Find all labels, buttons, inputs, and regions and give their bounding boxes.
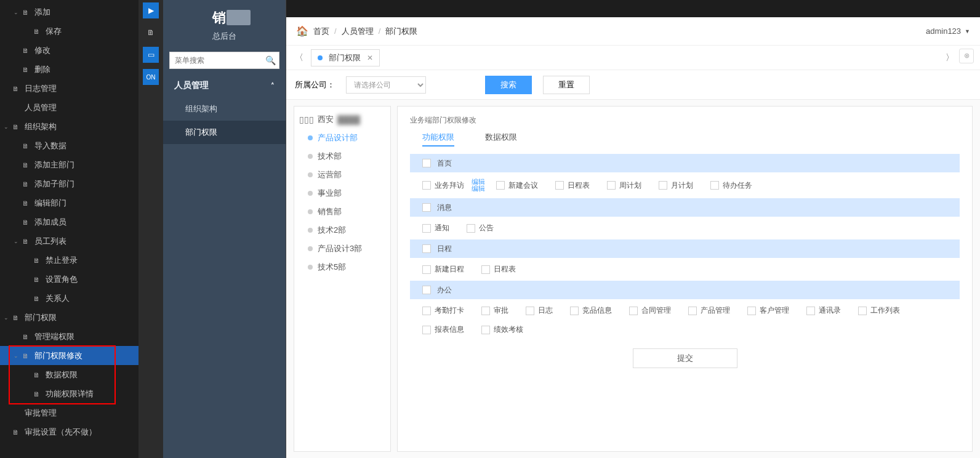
perm-checkbox[interactable]: 公告 bbox=[467, 223, 494, 233]
checkbox-icon bbox=[481, 326, 490, 334]
tree-item[interactable]: ⌄🗎组织架构 bbox=[0, 117, 139, 136]
tree-item[interactable]: ⌄🗎员工列表 bbox=[0, 231, 139, 251]
perm-checkbox[interactable]: 日程表 bbox=[555, 180, 590, 191]
tree-item-label: 日志管理 bbox=[25, 83, 57, 94]
org-tree-node[interactable]: 技术部 bbox=[299, 147, 385, 166]
tree-item[interactable]: 人员管理 bbox=[0, 98, 139, 117]
tree-item[interactable]: 🗎删除 bbox=[0, 60, 139, 79]
org-root[interactable]: ▯▯▯ 西安████ bbox=[299, 114, 385, 125]
user-menu[interactable]: admin123 ▼ bbox=[926, 26, 970, 36]
company-select[interactable]: 请选择公司 bbox=[346, 76, 426, 94]
perm-checkbox[interactable]: 周计划 bbox=[607, 180, 641, 191]
tree-item[interactable]: 🗎数据权限 bbox=[0, 365, 139, 384]
perm-checkbox[interactable]: 审批 bbox=[481, 305, 508, 316]
tree-item[interactable]: 🗎添加主部门 bbox=[0, 155, 139, 174]
tree-item[interactable]: 🗎导入数据 bbox=[0, 136, 139, 155]
perm-checkbox[interactable]: 日程表 bbox=[481, 264, 516, 275]
perm-checkbox[interactable]: 绩效考核 bbox=[481, 324, 523, 335]
perm-label: 周计划 bbox=[619, 180, 641, 191]
search-button[interactable]: 搜索 bbox=[485, 76, 532, 94]
perm-checkbox[interactable]: 产品管理 bbox=[688, 305, 730, 316]
tab-prev[interactable]: 〈 bbox=[292, 49, 306, 67]
org-tree-node[interactable]: 技术5部 bbox=[299, 258, 385, 276]
perm-checkbox[interactable]: 合同管理 bbox=[629, 305, 671, 316]
perm-group-check[interactable] bbox=[422, 203, 431, 212]
perm-tab-data[interactable]: 数据权限 bbox=[485, 132, 517, 147]
tree-item[interactable]: 审批管理 bbox=[0, 403, 139, 422]
perm-checkbox[interactable]: 客户管理 bbox=[747, 305, 789, 316]
menu2-item[interactable]: 部门权限 bbox=[163, 121, 286, 144]
org-tree-node[interactable]: 运营部 bbox=[299, 166, 385, 184]
tree-item[interactable]: 🗎编辑部门 bbox=[0, 193, 139, 212]
tree-item[interactable]: 🗎保存 bbox=[0, 22, 139, 41]
checkbox-icon bbox=[555, 181, 564, 190]
menu-search-input[interactable] bbox=[169, 52, 279, 69]
tree-item[interactable]: 🗎添加成员 bbox=[0, 212, 139, 231]
vtool-sync[interactable]: ON bbox=[143, 69, 159, 85]
bc-home[interactable]: 首页 bbox=[313, 26, 329, 37]
tab-close-icon[interactable]: ✕ bbox=[367, 54, 373, 62]
org-tree-node[interactable]: 产品设计3部 bbox=[299, 239, 385, 258]
perm-checkbox[interactable]: 业务拜访 bbox=[422, 180, 464, 191]
perm-group-check[interactable] bbox=[422, 159, 431, 167]
perm-checkbox[interactable]: 新建会议 bbox=[496, 180, 538, 191]
tree-item[interactable]: 🗎审批设置（先不做） bbox=[0, 422, 139, 441]
tree-item-label: 编辑部门 bbox=[34, 198, 66, 209]
permission-panel: 业务端部门权限修改 功能权限 数据权限 首页业务拜访编辑编辑新建会议日程表周计划… bbox=[397, 106, 973, 452]
tree-item[interactable]: 🗎管理端权限 bbox=[0, 327, 139, 346]
org-tree-node[interactable]: 事业部 bbox=[299, 184, 385, 203]
file-icon: 🗎 bbox=[22, 333, 31, 340]
perm-checkbox[interactable]: 新建日程 bbox=[422, 264, 464, 275]
perm-checkbox[interactable]: 待办任务 bbox=[710, 180, 752, 191]
submit-button[interactable]: 提交 bbox=[633, 348, 737, 368]
perm-group-check[interactable] bbox=[422, 244, 431, 253]
perm-checkbox[interactable]: 报表信息 bbox=[422, 324, 464, 335]
tree-item-label: 设置角色 bbox=[46, 274, 78, 285]
perm-tab-function[interactable]: 功能权限 bbox=[422, 132, 454, 147]
tree-item[interactable]: 🗎日志管理 bbox=[0, 79, 139, 98]
perm-group-check[interactable] bbox=[422, 286, 431, 294]
checkbox-icon bbox=[659, 181, 667, 190]
org-tree-node[interactable]: 产品设计部 bbox=[299, 129, 385, 147]
tree-item[interactable]: 🗎设置角色 bbox=[0, 270, 139, 289]
file-icon: 🗎 bbox=[33, 390, 42, 398]
perm-checkbox[interactable]: 通讯录 bbox=[806, 305, 841, 316]
file-icon: 🗎 bbox=[22, 199, 31, 207]
perm-group-label: 办公 bbox=[437, 285, 452, 295]
perm-checkbox[interactable]: 工作列表 bbox=[858, 305, 900, 316]
menu-group-personnel[interactable]: 人员管理 ˄ bbox=[163, 74, 286, 97]
vtool-doc[interactable]: 🗎 bbox=[143, 25, 159, 41]
tab-next[interactable]: 〉 bbox=[943, 49, 957, 67]
tree-item[interactable]: 🗎功能权限详情 bbox=[0, 384, 139, 403]
perm-checkbox[interactable]: 通知 bbox=[422, 223, 449, 233]
perm-group-header: 消息 bbox=[410, 198, 960, 217]
perm-checkbox[interactable]: 月计划 bbox=[659, 180, 693, 191]
reset-button[interactable]: 重置 bbox=[543, 76, 590, 94]
vtool-mobile[interactable]: ▭ bbox=[143, 47, 159, 63]
org-node-label: 技术5部 bbox=[318, 262, 346, 273]
bc-level1[interactable]: 人员管理 bbox=[342, 26, 374, 37]
org-tree-node[interactable]: 销售部 bbox=[299, 203, 385, 221]
org-tree-node[interactable]: 技术2部 bbox=[299, 221, 385, 239]
tree-item[interactable]: ⌄🗎部门权限 bbox=[0, 308, 139, 327]
search-icon: 🔍 bbox=[265, 55, 276, 65]
tab-close-all[interactable]: ⊗ bbox=[959, 49, 974, 63]
tree-item[interactable]: 🗎添加子部门 bbox=[0, 174, 139, 193]
tree-item-label: 添加主部门 bbox=[34, 159, 74, 171]
tree-item[interactable]: ⌄🗎添加 bbox=[0, 2, 139, 22]
perm-checkbox[interactable]: 考勤打卡 bbox=[422, 305, 464, 316]
home-icon[interactable]: 🏠 bbox=[296, 25, 308, 37]
tab-dept-perm[interactable]: 部门权限 ✕ bbox=[311, 49, 380, 66]
vtool-play[interactable]: ▶ bbox=[143, 2, 159, 18]
tree-item[interactable]: 🗎修改 bbox=[0, 41, 139, 60]
tree-item[interactable]: 🗎关系人 bbox=[0, 289, 139, 308]
perm-checkbox[interactable]: 日志 bbox=[526, 305, 553, 316]
org-node-label: 产品设计部 bbox=[318, 132, 358, 143]
perm-checkbox[interactable]: 竞品信息 bbox=[570, 305, 612, 316]
tree-item[interactable]: 🗎禁止登录 bbox=[0, 251, 139, 270]
checkbox-icon bbox=[806, 307, 815, 315]
edit-link[interactable]: 编辑 bbox=[472, 185, 485, 192]
menu2-item[interactable]: 组织架构 bbox=[163, 97, 286, 121]
bullet-icon bbox=[308, 172, 313, 177]
tree-item[interactable]: ⌄🗎部门权限修改 bbox=[0, 346, 139, 365]
